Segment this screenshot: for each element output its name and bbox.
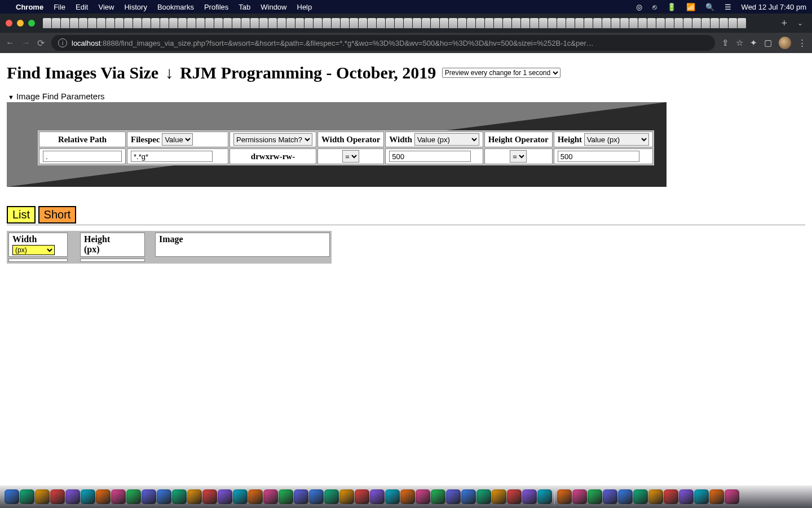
browser-tab[interactable] bbox=[43, 18, 51, 28]
browser-tab[interactable] bbox=[512, 18, 520, 28]
browser-tab[interactable] bbox=[494, 18, 502, 28]
browser-tab[interactable] bbox=[386, 18, 394, 28]
browser-tab[interactable] bbox=[395, 18, 403, 28]
browser-tab[interactable] bbox=[503, 18, 511, 28]
reload-button[interactable]: ⟳ bbox=[37, 38, 45, 49]
side-panel-icon[interactable]: ▢ bbox=[764, 38, 772, 48]
browser-tab[interactable] bbox=[611, 18, 620, 28]
browser-tab[interactable] bbox=[413, 18, 421, 28]
browser-tab[interactable] bbox=[295, 18, 304, 28]
spotlight-icon[interactable]: 🔍 bbox=[705, 3, 714, 11]
browser-tab[interactable] bbox=[729, 18, 737, 28]
extensions-icon[interactable]: ✦ bbox=[750, 38, 757, 48]
browser-tab[interactable] bbox=[160, 18, 169, 28]
browser-tab[interactable] bbox=[142, 18, 151, 28]
browser-tab[interactable] bbox=[124, 18, 133, 28]
menu-help[interactable]: Help bbox=[297, 3, 312, 11]
browser-tab[interactable] bbox=[449, 18, 457, 28]
browser-tab[interactable] bbox=[548, 18, 557, 28]
filespec-input[interactable] bbox=[131, 151, 213, 162]
browser-tab[interactable] bbox=[223, 18, 232, 28]
bluetooth-icon[interactable]: ⎋ bbox=[652, 3, 657, 11]
share-icon[interactable]: ⇪ bbox=[722, 38, 729, 48]
browser-tab[interactable] bbox=[530, 18, 539, 28]
browser-tab[interactable] bbox=[88, 18, 96, 28]
browser-tab[interactable] bbox=[674, 18, 683, 28]
width-input[interactable] bbox=[389, 151, 471, 162]
record-icon[interactable]: ◎ bbox=[636, 3, 642, 11]
new-tab-button[interactable]: + bbox=[776, 17, 792, 29]
browser-tab[interactable] bbox=[106, 18, 114, 28]
menubar-clock[interactable]: Wed 12 Jul 7:40 pm bbox=[742, 3, 806, 11]
browser-tab[interactable] bbox=[404, 18, 412, 28]
browser-tab[interactable] bbox=[115, 18, 123, 28]
browser-tab[interactable] bbox=[232, 18, 241, 28]
browser-tab[interactable] bbox=[566, 18, 575, 28]
browser-tab[interactable] bbox=[539, 18, 548, 28]
browser-tab[interactable] bbox=[350, 18, 358, 28]
browser-tabs[interactable] bbox=[43, 18, 774, 28]
browser-tab[interactable] bbox=[61, 18, 69, 28]
forward-button[interactable]: → bbox=[21, 38, 30, 48]
browser-tab[interactable] bbox=[169, 18, 178, 28]
browser-tab[interactable] bbox=[70, 18, 78, 28]
profile-avatar[interactable] bbox=[779, 37, 791, 49]
browser-tab[interactable] bbox=[79, 18, 87, 28]
menu-edit[interactable]: Edit bbox=[76, 3, 88, 11]
height-input[interactable] bbox=[558, 151, 639, 162]
browser-tab[interactable] bbox=[575, 18, 584, 28]
menu-history[interactable]: History bbox=[124, 3, 147, 11]
title-arrow-icon[interactable]: ↓ bbox=[163, 63, 176, 82]
browser-tab[interactable] bbox=[241, 18, 250, 28]
browser-tab[interactable] bbox=[683, 18, 692, 28]
browser-tab[interactable] bbox=[332, 18, 340, 28]
bookmark-star-icon[interactable]: ☆ bbox=[736, 38, 743, 48]
back-button[interactable]: ← bbox=[6, 38, 15, 48]
height-operator-select[interactable]: = bbox=[510, 150, 527, 163]
browser-tab[interactable] bbox=[521, 18, 529, 28]
browser-tab[interactable] bbox=[323, 18, 331, 28]
browser-tab[interactable] bbox=[629, 18, 638, 28]
menu-profiles[interactable]: Profiles bbox=[204, 3, 228, 11]
browser-tab[interactable] bbox=[701, 18, 710, 28]
close-window-button[interactable] bbox=[6, 20, 12, 27]
browser-tab[interactable] bbox=[467, 18, 475, 28]
menu-file[interactable]: File bbox=[54, 3, 65, 11]
maximize-window-button[interactable] bbox=[28, 20, 35, 27]
browser-tab[interactable] bbox=[214, 18, 223, 28]
battery-icon[interactable]: 🔋 bbox=[667, 3, 676, 11]
menu-view[interactable]: View bbox=[98, 3, 114, 11]
browser-tab[interactable] bbox=[97, 18, 105, 28]
browser-tab[interactable] bbox=[286, 18, 295, 28]
browser-tab[interactable] bbox=[178, 18, 187, 28]
browser-tab[interactable] bbox=[277, 18, 286, 28]
menubar-app[interactable]: Chrome bbox=[16, 3, 43, 11]
browser-tab[interactable] bbox=[665, 18, 674, 28]
browser-tab[interactable] bbox=[584, 18, 593, 28]
wifi-icon[interactable]: 📶 bbox=[686, 3, 695, 11]
browser-tab[interactable] bbox=[268, 18, 277, 28]
menu-window[interactable]: Window bbox=[261, 3, 286, 11]
menu-bookmarks[interactable]: Bookmarks bbox=[157, 3, 194, 11]
browser-tab[interactable] bbox=[476, 18, 484, 28]
address-bar[interactable]: i localhost:8888/find_images_via_size.ph… bbox=[51, 35, 715, 51]
browser-tab[interactable] bbox=[656, 18, 665, 28]
permissions-header-select[interactable]: Permissions Match? bbox=[233, 133, 312, 146]
tabs-overflow-button[interactable]: ⌄ bbox=[794, 19, 806, 27]
browser-tab[interactable] bbox=[377, 18, 385, 28]
browser-tab[interactable] bbox=[304, 18, 313, 28]
browser-tab[interactable] bbox=[738, 18, 746, 28]
browser-tab[interactable] bbox=[485, 18, 493, 28]
browser-tab[interactable] bbox=[341, 18, 349, 28]
browser-tab[interactable] bbox=[359, 18, 367, 28]
browser-tab[interactable] bbox=[151, 18, 160, 28]
menu-tab[interactable]: Tab bbox=[239, 3, 250, 11]
short-button[interactable]: Short bbox=[38, 206, 77, 224]
browser-tab[interactable] bbox=[557, 18, 566, 28]
browser-tab[interactable] bbox=[431, 18, 439, 28]
height-header-select[interactable]: Value (px) bbox=[584, 133, 649, 146]
browser-tab[interactable] bbox=[620, 18, 629, 28]
parameters-summary[interactable]: ▼Image Find Parameters bbox=[8, 91, 805, 101]
chrome-menu-icon[interactable]: ⋮ bbox=[798, 38, 806, 48]
browser-tab[interactable] bbox=[187, 18, 196, 28]
